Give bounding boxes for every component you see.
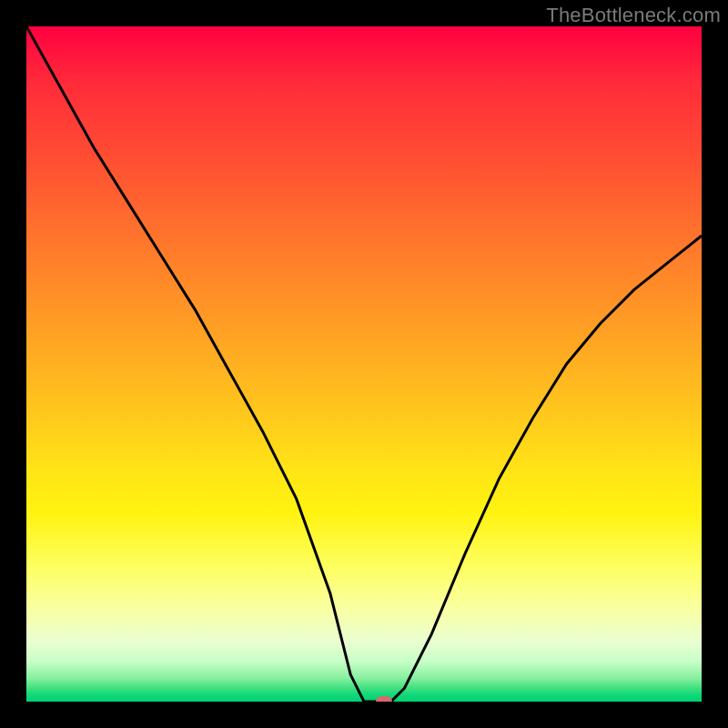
plot-area: [26, 26, 702, 702]
chart-frame: TheBottleneck.com: [0, 0, 728, 728]
curve-path: [26, 26, 702, 702]
optimum-marker: [376, 696, 392, 702]
watermark-text: TheBottleneck.com: [546, 4, 721, 27]
bottleneck-curve: [26, 26, 702, 702]
